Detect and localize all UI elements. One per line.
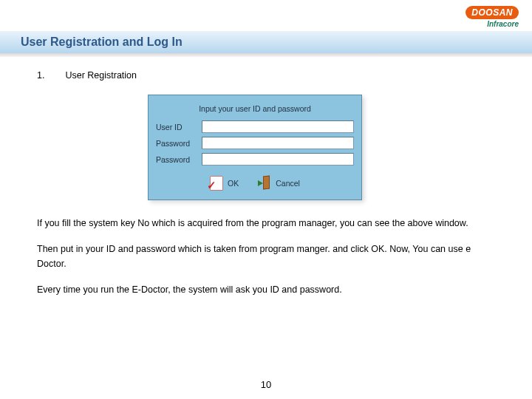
userid-input[interactable] [202,120,354,133]
page-number: 10 [0,379,532,390]
cancel-button[interactable]: Cancel [261,176,300,191]
password-label-2: Password [156,155,202,164]
logo-main: DOOSAN [466,6,519,19]
password-input-2[interactable] [202,153,354,166]
paragraph-3: Every time you run the E-Doctor, the sys… [37,283,495,297]
dialog-screenshot: Input your user ID and password User ID … [148,95,495,200]
title-divider [0,53,532,57]
dialog-buttons: OK Cancel [156,176,354,191]
ok-label: OK [228,179,239,188]
password-label-1: Password [156,139,202,148]
exit-door-icon [261,176,271,191]
paragraph-1: If you fill the system key No which is a… [37,216,495,231]
ok-check-icon [210,176,223,191]
dialog-heading: Input your user ID and password [156,101,354,120]
login-dialog: Input your user ID and password User ID … [148,95,362,200]
paragraph-2: Then put in your ID and password which i… [37,242,495,271]
cancel-label: Cancel [276,179,300,188]
logo-sub: Infracore [466,21,519,28]
section-number: 1. [37,70,62,81]
section-heading: 1. User Registration [37,68,495,81]
content-area: 1. User Registration Input your user ID … [37,68,495,310]
section-label: User Registration [65,70,137,81]
password-row-2: Password [156,153,354,166]
userid-row: User ID [156,120,354,133]
ok-button[interactable]: OK [210,176,239,191]
password-row-1: Password [156,137,354,149]
page-title: User Registration and Log In [21,35,183,49]
password-input-1[interactable] [202,137,354,149]
brand-logo: DOOSAN Infracore [466,6,519,28]
userid-label: User ID [156,123,202,132]
title-bar: User Registration and Log In [0,31,532,53]
